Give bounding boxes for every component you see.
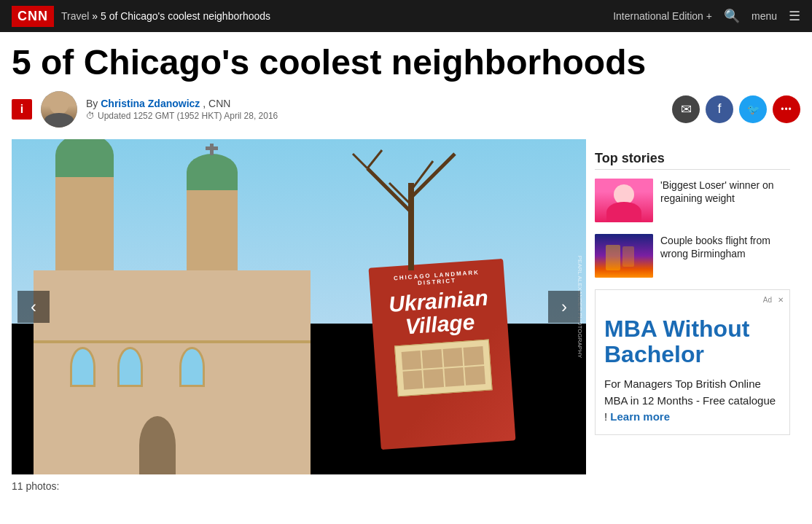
cnn-logo[interactable]: CNN [12,6,54,27]
avatar [41,91,77,128]
clock-icon: ⏱ [86,111,95,121]
author-info: By Christina Zdanowicz , CNN ⏱ Updated 1… [86,98,278,121]
ad-title: MBA Without Bachelor [604,316,781,367]
share-icons: ✉ f 🐦 ••• [672,95,800,123]
breadcrumb-separator: » [92,10,101,22]
hamburger-icon[interactable]: ☰ [789,8,800,24]
story-text-2[interactable]: Couple books flight from wrong Birmingha… [660,234,790,260]
church-trim [34,340,311,343]
sign-container: CHICAGO LANDMARK DISTRICT Ukrainian Vill… [375,263,528,445]
author-name[interactable]: Christina Zdanowicz [101,98,200,109]
church-dome-left [55,139,114,177]
share-facebook-button[interactable]: f [706,95,733,123]
ad-close-button[interactable]: ✕ [778,296,784,304]
slideshow: CHICAGO LANDMARK DISTRICT Ukrainian Vill… [12,139,586,474]
ad-learn-more-link[interactable]: Learn more [610,410,670,423]
church-dome-right [187,154,238,190]
breadcrumb: Travel » 5 of Chicago's coolest neighbor… [61,10,270,22]
photos-count: 11 photos: [12,480,571,492]
header-left: CNN Travel » 5 of Chicago's coolest neig… [12,6,270,27]
ad-block: Ad ✕ MBA Without Bachelor For Managers T… [595,289,790,435]
church-cross2-h [206,146,218,150]
share-email-button[interactable]: ✉ [672,95,700,123]
church-tower-left [55,176,114,270]
church-door [139,416,176,474]
menu-label[interactable]: menu [752,10,777,22]
site-header: CNN Travel » 5 of Chicago's coolest neig… [0,0,812,32]
author-byline: By Christina Zdanowicz , CNN [86,98,278,109]
sign-red: CHICAGO LANDMARK DISTRICT Ukrainian Vill… [369,259,516,450]
church-window-2 [117,347,143,387]
story-text-1[interactable]: 'Biggest Loser' winner on regaining weig… [660,179,790,205]
search-icon[interactable]: 🔍 [724,8,740,24]
story-item-2[interactable]: Couple books flight from wrong Birmingha… [595,234,790,278]
intl-edition-label[interactable]: International Edition + [613,10,712,22]
sign-map [394,339,493,396]
share-more-button[interactable]: ••• [773,95,800,123]
church-window-3 [179,347,205,387]
ad-label: Ad [763,296,772,304]
i-badge: i [12,99,32,120]
author-share-row: i By Christina Zdanowicz , CNN ⏱ Updated… [0,91,812,128]
church-tower-right [187,190,238,270]
sidebar: Top stories 'Biggest Loser' winner on re… [583,139,802,492]
top-stories-label: Top stories [595,151,790,170]
church-cross2-v [210,144,214,155]
church-illustration [12,139,376,474]
next-arrow[interactable]: › [548,291,580,323]
article-area: CHICAGO LANDMARK DISTRICT Ukrainian Vill… [0,139,583,492]
church-window-1 [70,347,95,387]
sign-map-grid [401,346,485,390]
story-thumb-1 [595,179,653,222]
article-title-section: 5 of Chicago's coolest neighborhoods [0,44,812,82]
article-title: 5 of Chicago's coolest neighborhoods [12,44,800,82]
author-org: , CNN [203,98,230,109]
prev-arrow[interactable]: ‹ [17,291,50,323]
article-date: ⏱ Updated 1252 GMT (1952 HKT) April 28, … [86,111,278,121]
breadcrumb-article: 5 of Chicago's coolest neighborhoods [101,10,270,22]
breadcrumb-travel[interactable]: Travel [61,10,89,22]
ad-body: For Managers Top British Online MBA in 1… [604,376,781,426]
main-wrapper: CHICAGO LANDMARK DISTRICT Ukrainian Vill… [0,139,812,492]
story-item-1[interactable]: 'Biggest Loser' winner on regaining weig… [595,179,790,222]
story-thumb-2 [595,234,653,278]
sign-main-text: Ukrainian Village [378,285,501,339]
share-twitter-button[interactable]: 🐦 [739,95,767,123]
header-right: International Edition + 🔍 menu ☰ [613,8,800,24]
